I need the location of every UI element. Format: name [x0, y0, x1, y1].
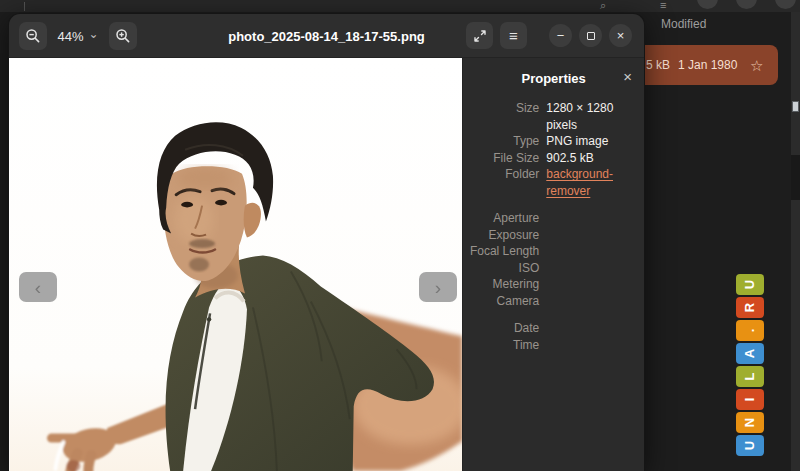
properties-panel: Properties × Size 1280 × 1280 pixels Typ…	[462, 58, 644, 471]
desktop: ⌕ ≡ Modified 5 kB 1 Jan 1980 ☆ U R . A L…	[0, 0, 800, 471]
star-icon[interactable]: ☆	[750, 58, 763, 73]
watermark-letter: .	[743, 329, 758, 333]
property-value: 1280 × 1280 pixels	[546, 100, 641, 133]
column-header-modified[interactable]: Modified	[661, 17, 706, 31]
magnifier-minus-icon	[25, 28, 41, 44]
chevron-right-icon: ›	[435, 278, 441, 297]
watermark-letter: L	[742, 373, 757, 381]
property-label: ISO	[463, 260, 539, 277]
property-row: File Size 902.5 kB	[463, 150, 644, 167]
close-icon: ×	[617, 29, 625, 42]
scrollbar-track[interactable]	[791, 12, 800, 471]
photo-canvas[interactable]: ‹ ›	[9, 58, 462, 471]
property-row: Date	[463, 320, 644, 337]
zoom-level-dropdown[interactable]: 44% ⌄	[47, 22, 109, 50]
watermark-unila-ru: U R . A L I N U	[736, 274, 764, 458]
property-value	[546, 320, 641, 337]
file-row-selected[interactable]: 5 kB 1 Jan 1980 ☆	[630, 45, 778, 85]
property-label: Aperture	[463, 210, 539, 227]
watermark-block: U	[736, 274, 764, 295]
property-label: Time	[463, 337, 539, 354]
maximize-icon	[587, 32, 595, 40]
property-label: Type	[463, 133, 539, 150]
nav-previous-button[interactable]: ‹	[19, 272, 57, 302]
property-value	[546, 227, 641, 244]
watermark-block: U	[736, 435, 764, 456]
property-row: Exposure	[463, 227, 644, 244]
file-size-cell: 5 kB	[646, 58, 670, 72]
close-button[interactable]: ×	[609, 24, 632, 47]
property-row: Focal Length	[463, 243, 644, 260]
window-control-dot[interactable]	[775, 0, 796, 9]
background-window-topbar: ⌕ ≡	[0, 0, 800, 12]
property-row: Metering	[463, 276, 644, 293]
property-label: Date	[463, 320, 539, 337]
property-value	[546, 243, 641, 260]
image-viewer-window: 44% ⌄ photo_2025-08-14_18-17-55.png	[8, 13, 645, 471]
watermark-letter: I	[743, 398, 758, 402]
property-label: Focal Length	[463, 243, 539, 260]
property-value	[546, 276, 641, 293]
window-control-dot[interactable]	[697, 0, 718, 9]
zoom-controls: 44% ⌄	[19, 22, 137, 50]
viewer-titlebar[interactable]: 44% ⌄ photo_2025-08-14_18-17-55.png	[9, 14, 644, 58]
property-row: Aperture	[463, 210, 644, 227]
watermark-block: I	[736, 389, 764, 410]
fullscreen-icon	[473, 29, 487, 43]
property-label: Exposure	[463, 227, 539, 244]
property-label: Size	[463, 100, 539, 133]
property-row: Folder background-remover	[463, 166, 644, 199]
property-row: Time	[463, 337, 644, 354]
watermark-letter: U	[742, 441, 757, 450]
fullscreen-button[interactable]	[466, 22, 493, 49]
nav-next-button[interactable]: ›	[419, 272, 457, 302]
watermark-block: L	[736, 366, 764, 387]
property-row: Type PNG image	[463, 133, 644, 150]
property-label: File Size	[463, 150, 539, 167]
property-row: ISO	[463, 260, 644, 277]
watermark-letter: A	[742, 349, 757, 358]
watermark-letter: R	[742, 303, 757, 312]
zoom-out-button[interactable]	[19, 22, 47, 50]
file-modified-cell: 1 Jan 1980	[678, 58, 737, 72]
watermark-block: N	[736, 412, 764, 433]
watermark-block: R	[736, 297, 764, 318]
property-value: 902.5 kB	[546, 150, 641, 167]
tab-divider	[24, 2, 25, 11]
menu-button[interactable]: ≡	[500, 22, 527, 49]
watermark-block: A	[736, 343, 764, 364]
watermark-letter: U	[742, 280, 757, 289]
property-value	[546, 337, 641, 354]
property-row: Camera	[463, 293, 644, 310]
minimize-button[interactable]: −	[549, 24, 572, 47]
scrollbar-thumb[interactable]	[792, 101, 799, 112]
zoom-in-button[interactable]	[109, 22, 137, 50]
property-value: PNG image	[546, 133, 641, 150]
magnifier-plus-icon	[115, 28, 131, 44]
scrollbar-gap	[791, 155, 800, 200]
list-icon: ≡	[660, 0, 666, 10]
property-label: Folder	[463, 166, 539, 199]
zoom-level-value: 44%	[57, 29, 83, 44]
properties-close-button[interactable]: ×	[623, 68, 632, 86]
watermark-letter: N	[742, 418, 757, 427]
property-label: Camera	[463, 293, 539, 310]
chevron-down-icon: ⌄	[88, 30, 98, 38]
window-controls: ≡ − ×	[466, 22, 632, 49]
property-value	[546, 260, 641, 277]
properties-title: Properties	[521, 71, 585, 86]
maximize-button[interactable]	[579, 24, 602, 47]
search-icon: ⌕	[600, 0, 606, 10]
photo-of-man	[9, 58, 462, 471]
folder-link[interactable]: background-remover	[546, 166, 641, 199]
property-label: Metering	[463, 276, 539, 293]
property-row: Size 1280 × 1280 pixels	[463, 100, 644, 133]
property-value	[546, 293, 641, 310]
hamburger-icon: ≡	[509, 28, 518, 43]
watermark-block: .	[736, 320, 764, 341]
minimize-icon: −	[557, 29, 565, 42]
property-value	[546, 210, 641, 227]
chevron-left-icon: ‹	[35, 278, 41, 297]
window-control-dot[interactable]	[736, 0, 757, 9]
